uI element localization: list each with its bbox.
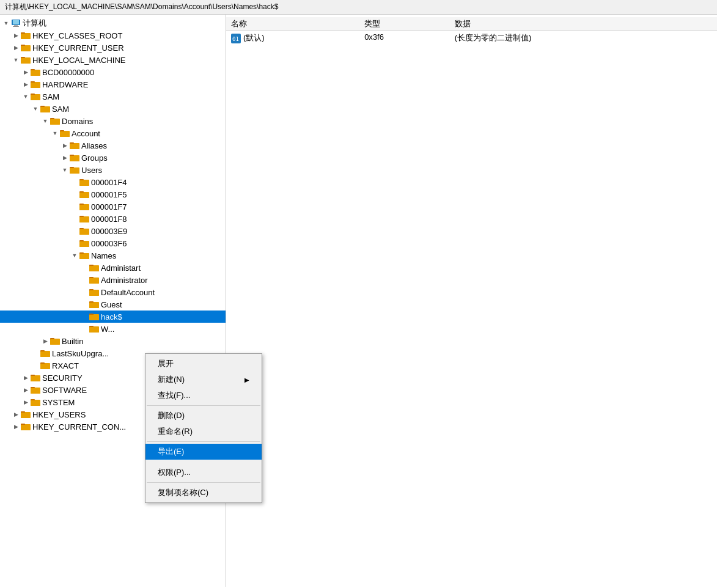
expander-software[interactable] <box>21 385 31 395</box>
menu-item-sep3[interactable] <box>145 460 262 465</box>
svg-rect-42 <box>79 180 89 186</box>
expander-hkey_current_user[interactable] <box>11 43 21 53</box>
tree-label-lastsku: LastSkuUpgra... <box>52 349 109 358</box>
tree-item-domains[interactable]: Domains <box>0 115 226 127</box>
tree-label-guest: Guest <box>101 300 122 309</box>
expander-names[interactable] <box>70 251 79 260</box>
svg-rect-87 <box>40 364 50 369</box>
tree-item-builtin[interactable]: Builtin <box>0 335 226 347</box>
expander-account[interactable] <box>50 128 60 138</box>
menu-item-copyname[interactable]: 复制项名称(C) <box>145 485 262 501</box>
svg-rect-12 <box>21 58 31 64</box>
expander-lastsku[interactable] <box>31 348 40 358</box>
address-bar: 计算机\HKEY_LOCAL_MACHINE\SAM\SAM\Domains\A… <box>0 0 717 15</box>
menu-item-rename[interactable]: 重命名(R) <box>145 424 262 439</box>
expander-hkey_local_machine[interactable] <box>11 55 21 65</box>
svg-rect-75 <box>89 315 99 320</box>
svg-rect-1 <box>13 20 19 24</box>
tree-label-computer: 计算机 <box>23 18 46 29</box>
tree-item-user_f8[interactable]: 000001F8 <box>0 213 226 225</box>
tree-item-groups[interactable]: Groups <box>0 152 226 164</box>
tree-label-security: SECURITY <box>42 373 83 383</box>
expander-groups[interactable] <box>60 153 70 163</box>
folder-icon <box>21 410 31 419</box>
folder-icon <box>89 263 99 273</box>
expander-hkey_users[interactable] <box>11 410 21 419</box>
expander-builtin[interactable] <box>40 336 50 346</box>
expander-user_f8[interactable] <box>70 214 79 224</box>
expander-user_f7[interactable] <box>70 202 79 211</box>
tree-item-user_3e9[interactable]: 000003E9 <box>0 225 226 237</box>
folder-icon <box>31 67 40 77</box>
folder-icon <box>50 116 60 126</box>
expander-hardware[interactable] <box>21 79 31 89</box>
expander-sam[interactable] <box>21 92 31 101</box>
folder-icon <box>21 31 31 40</box>
expander-bcd[interactable] <box>21 67 31 77</box>
folder-icon <box>79 251 89 260</box>
menu-item-label-new: 新建(N) <box>158 374 185 385</box>
tree-label-user_f4: 000001F4 <box>91 178 127 187</box>
expander-user_3f6[interactable] <box>70 238 79 248</box>
expander-domains[interactable] <box>40 116 50 126</box>
tree-item-user_f4[interactable]: 000001F4 <box>0 176 226 188</box>
expander-computer[interactable] <box>1 18 11 28</box>
expander-hkey_classes_root[interactable] <box>11 31 21 40</box>
tree-item-user_f7[interactable]: 000001F7 <box>0 200 226 213</box>
tree-item-hardware[interactable]: HARDWARE <box>0 78 226 90</box>
expander-administrator[interactable] <box>79 275 89 285</box>
svg-rect-81 <box>50 339 60 345</box>
tree-item-sam_sam[interactable]: SAM <box>0 103 226 115</box>
tree-item-hack[interactable]: hack$ <box>0 311 226 323</box>
expander-user_f5[interactable] <box>70 189 79 199</box>
expander-system[interactable] <box>21 397 31 407</box>
tree-item-defaultaccount[interactable]: DefaultAccount <box>0 286 226 298</box>
menu-item-new[interactable]: 新建(N)▶ <box>145 372 262 388</box>
expander-rxact[interactable] <box>31 361 40 370</box>
registry-table: 名称 类型 数据 01 (默认)0x3f6(长度为零的二进制值) <box>226 17 717 45</box>
table-row[interactable]: 01 (默认)0x3f6(长度为零的二进制值) <box>226 31 717 45</box>
tree-item-administart[interactable]: Administart <box>0 262 226 274</box>
expander-user_3e9[interactable] <box>70 226 79 236</box>
tree-item-hkey_classes_root[interactable]: HKEY_CLASSES_ROOT <box>0 29 226 42</box>
tree-item-sam[interactable]: SAM <box>0 90 226 103</box>
tree-item-bcd[interactable]: BCD00000000 <box>0 66 226 78</box>
folder-icon <box>79 238 89 248</box>
menu-item-label-rename: 重命名(R) <box>158 426 193 437</box>
tree-item-hkey_local_machine[interactable]: HKEY_LOCAL_MACHINE <box>0 54 226 66</box>
menu-item-permissions[interactable]: 权限(P)... <box>145 465 262 480</box>
expander-security[interactable] <box>21 373 31 383</box>
tree-item-users[interactable]: Users <box>0 164 226 176</box>
svg-rect-27 <box>50 119 60 125</box>
expander-guest[interactable] <box>79 300 89 309</box>
tree-item-account[interactable]: Account <box>0 127 226 139</box>
expander-defaultaccount[interactable] <box>79 287 89 297</box>
tree-label-sam: SAM <box>42 92 59 101</box>
tree-item-computer[interactable]: 计算机 <box>0 17 226 29</box>
expander-administart[interactable] <box>79 263 89 273</box>
expander-hack[interactable] <box>79 312 89 322</box>
menu-item-label-find: 查找(F)... <box>158 390 190 401</box>
tree-item-administrator[interactable]: Administrator <box>0 274 226 286</box>
tree-item-hkey_current_user[interactable]: HKEY_CURRENT_USER <box>0 42 226 54</box>
tree-item-names[interactable]: Names <box>0 249 226 262</box>
expander-hkey_current_config[interactable] <box>11 422 21 432</box>
folder-icon <box>40 361 50 370</box>
expander-wdag[interactable] <box>79 324 89 334</box>
expander-user_f4[interactable] <box>70 177 79 187</box>
menu-item-delete[interactable]: 删除(D) <box>145 408 262 424</box>
tree-item-user_3f6[interactable]: 000003F6 <box>0 237 226 249</box>
svg-rect-9 <box>21 46 31 51</box>
expander-sam_sam[interactable] <box>31 104 40 114</box>
tree-item-user_f5[interactable]: 000001F5 <box>0 188 226 200</box>
tree-item-wdag[interactable]: W... <box>0 323 226 335</box>
tree-item-guest[interactable]: Guest <box>0 298 226 311</box>
tree-label-names: Names <box>91 251 116 260</box>
menu-item-export[interactable]: 导出(E) <box>145 444 262 460</box>
expander-users[interactable] <box>60 165 70 175</box>
folder-icon <box>89 287 99 297</box>
tree-item-aliases[interactable]: Aliases <box>0 139 226 152</box>
menu-item-expand[interactable]: 展开 <box>145 356 262 372</box>
expander-aliases[interactable] <box>60 141 70 150</box>
menu-item-find[interactable]: 查找(F)... <box>145 388 262 403</box>
